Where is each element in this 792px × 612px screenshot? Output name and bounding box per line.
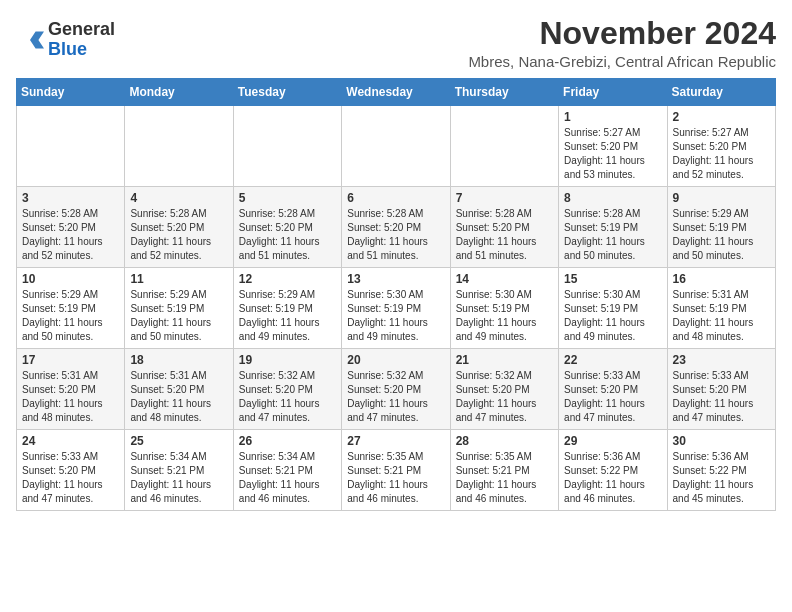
day-info: Sunrise: 5:36 AM Sunset: 5:22 PM Dayligh… bbox=[673, 450, 770, 506]
day-cell: 2Sunrise: 5:27 AM Sunset: 5:20 PM Daylig… bbox=[667, 106, 775, 187]
day-info: Sunrise: 5:28 AM Sunset: 5:20 PM Dayligh… bbox=[22, 207, 119, 263]
day-cell: 24Sunrise: 5:33 AM Sunset: 5:20 PM Dayli… bbox=[17, 430, 125, 511]
day-info: Sunrise: 5:28 AM Sunset: 5:20 PM Dayligh… bbox=[456, 207, 553, 263]
logo: General Blue bbox=[16, 20, 115, 60]
logo-icon bbox=[16, 26, 44, 54]
day-number: 13 bbox=[347, 272, 444, 286]
day-cell bbox=[450, 106, 558, 187]
day-number: 21 bbox=[456, 353, 553, 367]
day-info: Sunrise: 5:36 AM Sunset: 5:22 PM Dayligh… bbox=[564, 450, 661, 506]
day-cell: 15Sunrise: 5:30 AM Sunset: 5:19 PM Dayli… bbox=[559, 268, 667, 349]
logo-general: General bbox=[48, 20, 115, 40]
day-cell: 10Sunrise: 5:29 AM Sunset: 5:19 PM Dayli… bbox=[17, 268, 125, 349]
month-title: November 2024 bbox=[468, 16, 776, 51]
day-info: Sunrise: 5:28 AM Sunset: 5:20 PM Dayligh… bbox=[239, 207, 336, 263]
day-number: 27 bbox=[347, 434, 444, 448]
day-info: Sunrise: 5:35 AM Sunset: 5:21 PM Dayligh… bbox=[456, 450, 553, 506]
col-header-saturday: Saturday bbox=[667, 79, 775, 106]
day-info: Sunrise: 5:28 AM Sunset: 5:20 PM Dayligh… bbox=[347, 207, 444, 263]
day-cell: 18Sunrise: 5:31 AM Sunset: 5:20 PM Dayli… bbox=[125, 349, 233, 430]
day-cell: 19Sunrise: 5:32 AM Sunset: 5:20 PM Dayli… bbox=[233, 349, 341, 430]
day-number: 22 bbox=[564, 353, 661, 367]
day-info: Sunrise: 5:30 AM Sunset: 5:19 PM Dayligh… bbox=[456, 288, 553, 344]
day-number: 7 bbox=[456, 191, 553, 205]
day-number: 4 bbox=[130, 191, 227, 205]
day-cell: 14Sunrise: 5:30 AM Sunset: 5:19 PM Dayli… bbox=[450, 268, 558, 349]
day-info: Sunrise: 5:28 AM Sunset: 5:19 PM Dayligh… bbox=[564, 207, 661, 263]
day-info: Sunrise: 5:29 AM Sunset: 5:19 PM Dayligh… bbox=[239, 288, 336, 344]
calendar-table: SundayMondayTuesdayWednesdayThursdayFrid… bbox=[16, 78, 776, 511]
day-cell: 13Sunrise: 5:30 AM Sunset: 5:19 PM Dayli… bbox=[342, 268, 450, 349]
day-number: 18 bbox=[130, 353, 227, 367]
day-info: Sunrise: 5:32 AM Sunset: 5:20 PM Dayligh… bbox=[347, 369, 444, 425]
day-number: 1 bbox=[564, 110, 661, 124]
day-number: 15 bbox=[564, 272, 661, 286]
day-number: 30 bbox=[673, 434, 770, 448]
day-cell: 1Sunrise: 5:27 AM Sunset: 5:20 PM Daylig… bbox=[559, 106, 667, 187]
day-cell bbox=[125, 106, 233, 187]
logo-text: General Blue bbox=[48, 20, 115, 60]
day-cell: 28Sunrise: 5:35 AM Sunset: 5:21 PM Dayli… bbox=[450, 430, 558, 511]
day-number: 10 bbox=[22, 272, 119, 286]
day-number: 23 bbox=[673, 353, 770, 367]
week-row-2: 3Sunrise: 5:28 AM Sunset: 5:20 PM Daylig… bbox=[17, 187, 776, 268]
day-info: Sunrise: 5:30 AM Sunset: 5:19 PM Dayligh… bbox=[347, 288, 444, 344]
day-number: 24 bbox=[22, 434, 119, 448]
day-cell: 17Sunrise: 5:31 AM Sunset: 5:20 PM Dayli… bbox=[17, 349, 125, 430]
day-info: Sunrise: 5:30 AM Sunset: 5:19 PM Dayligh… bbox=[564, 288, 661, 344]
svg-marker-0 bbox=[30, 31, 44, 48]
day-cell: 22Sunrise: 5:33 AM Sunset: 5:20 PM Dayli… bbox=[559, 349, 667, 430]
day-info: Sunrise: 5:29 AM Sunset: 5:19 PM Dayligh… bbox=[673, 207, 770, 263]
col-header-friday: Friday bbox=[559, 79, 667, 106]
day-cell: 6Sunrise: 5:28 AM Sunset: 5:20 PM Daylig… bbox=[342, 187, 450, 268]
day-cell: 11Sunrise: 5:29 AM Sunset: 5:19 PM Dayli… bbox=[125, 268, 233, 349]
header-row: SundayMondayTuesdayWednesdayThursdayFrid… bbox=[17, 79, 776, 106]
day-cell bbox=[233, 106, 341, 187]
day-info: Sunrise: 5:31 AM Sunset: 5:20 PM Dayligh… bbox=[22, 369, 119, 425]
day-number: 14 bbox=[456, 272, 553, 286]
day-cell: 30Sunrise: 5:36 AM Sunset: 5:22 PM Dayli… bbox=[667, 430, 775, 511]
day-number: 16 bbox=[673, 272, 770, 286]
day-info: Sunrise: 5:27 AM Sunset: 5:20 PM Dayligh… bbox=[564, 126, 661, 182]
day-info: Sunrise: 5:29 AM Sunset: 5:19 PM Dayligh… bbox=[130, 288, 227, 344]
day-cell: 5Sunrise: 5:28 AM Sunset: 5:20 PM Daylig… bbox=[233, 187, 341, 268]
day-number: 20 bbox=[347, 353, 444, 367]
week-row-1: 1Sunrise: 5:27 AM Sunset: 5:20 PM Daylig… bbox=[17, 106, 776, 187]
day-number: 6 bbox=[347, 191, 444, 205]
day-number: 26 bbox=[239, 434, 336, 448]
day-info: Sunrise: 5:34 AM Sunset: 5:21 PM Dayligh… bbox=[130, 450, 227, 506]
logo-blue: Blue bbox=[48, 40, 115, 60]
day-cell: 21Sunrise: 5:32 AM Sunset: 5:20 PM Dayli… bbox=[450, 349, 558, 430]
day-cell: 23Sunrise: 5:33 AM Sunset: 5:20 PM Dayli… bbox=[667, 349, 775, 430]
day-info: Sunrise: 5:35 AM Sunset: 5:21 PM Dayligh… bbox=[347, 450, 444, 506]
title-area: November 2024 Mbres, Nana-Grebizi, Centr… bbox=[468, 16, 776, 70]
day-number: 8 bbox=[564, 191, 661, 205]
day-number: 17 bbox=[22, 353, 119, 367]
week-row-5: 24Sunrise: 5:33 AM Sunset: 5:20 PM Dayli… bbox=[17, 430, 776, 511]
day-cell: 12Sunrise: 5:29 AM Sunset: 5:19 PM Dayli… bbox=[233, 268, 341, 349]
col-header-sunday: Sunday bbox=[17, 79, 125, 106]
day-info: Sunrise: 5:27 AM Sunset: 5:20 PM Dayligh… bbox=[673, 126, 770, 182]
day-cell: 29Sunrise: 5:36 AM Sunset: 5:22 PM Dayli… bbox=[559, 430, 667, 511]
day-cell: 27Sunrise: 5:35 AM Sunset: 5:21 PM Dayli… bbox=[342, 430, 450, 511]
day-info: Sunrise: 5:34 AM Sunset: 5:21 PM Dayligh… bbox=[239, 450, 336, 506]
day-number: 2 bbox=[673, 110, 770, 124]
header: General Blue November 2024 Mbres, Nana-G… bbox=[16, 16, 776, 70]
day-number: 28 bbox=[456, 434, 553, 448]
location-subtitle: Mbres, Nana-Grebizi, Central African Rep… bbox=[468, 53, 776, 70]
day-number: 19 bbox=[239, 353, 336, 367]
day-info: Sunrise: 5:32 AM Sunset: 5:20 PM Dayligh… bbox=[456, 369, 553, 425]
day-cell: 26Sunrise: 5:34 AM Sunset: 5:21 PM Dayli… bbox=[233, 430, 341, 511]
day-number: 29 bbox=[564, 434, 661, 448]
day-number: 11 bbox=[130, 272, 227, 286]
week-row-4: 17Sunrise: 5:31 AM Sunset: 5:20 PM Dayli… bbox=[17, 349, 776, 430]
day-info: Sunrise: 5:28 AM Sunset: 5:20 PM Dayligh… bbox=[130, 207, 227, 263]
day-cell: 3Sunrise: 5:28 AM Sunset: 5:20 PM Daylig… bbox=[17, 187, 125, 268]
day-cell: 9Sunrise: 5:29 AM Sunset: 5:19 PM Daylig… bbox=[667, 187, 775, 268]
day-cell bbox=[342, 106, 450, 187]
day-number: 3 bbox=[22, 191, 119, 205]
day-info: Sunrise: 5:33 AM Sunset: 5:20 PM Dayligh… bbox=[673, 369, 770, 425]
day-number: 5 bbox=[239, 191, 336, 205]
day-cell: 20Sunrise: 5:32 AM Sunset: 5:20 PM Dayli… bbox=[342, 349, 450, 430]
day-cell: 8Sunrise: 5:28 AM Sunset: 5:19 PM Daylig… bbox=[559, 187, 667, 268]
